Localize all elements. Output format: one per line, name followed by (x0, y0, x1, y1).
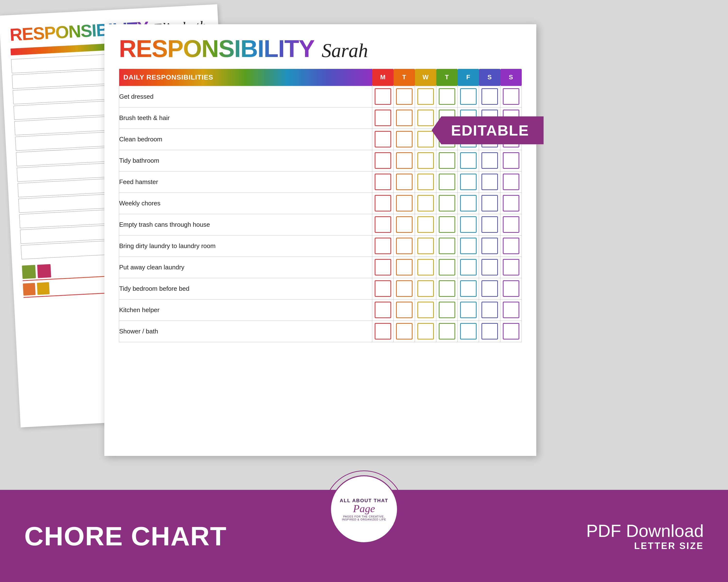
check-cell[interactable] (500, 193, 522, 214)
check-cell[interactable] (394, 171, 415, 193)
checkbox[interactable] (503, 323, 519, 339)
checkbox[interactable] (417, 238, 434, 254)
checkbox[interactable] (375, 280, 391, 297)
check-cell[interactable] (458, 150, 479, 171)
checkbox[interactable] (503, 216, 519, 233)
checkbox[interactable] (439, 195, 455, 212)
check-cell[interactable] (372, 129, 394, 150)
checkbox[interactable] (375, 259, 391, 275)
check-cell[interactable] (372, 107, 394, 129)
checkbox[interactable] (503, 238, 519, 254)
check-cell[interactable] (479, 235, 500, 256)
check-cell[interactable] (436, 150, 458, 171)
checkbox[interactable] (503, 88, 519, 105)
check-cell[interactable] (436, 321, 458, 342)
checkbox[interactable] (417, 174, 434, 190)
checkbox[interactable] (482, 302, 498, 318)
checkbox[interactable] (417, 131, 434, 147)
checkbox[interactable] (396, 259, 413, 275)
check-cell[interactable] (415, 256, 436, 278)
checkbox[interactable] (375, 216, 391, 233)
checkbox[interactable] (439, 216, 455, 233)
check-cell[interactable] (415, 86, 436, 107)
check-cell[interactable] (479, 278, 500, 299)
check-cell[interactable] (415, 299, 436, 321)
checkbox[interactable] (417, 323, 434, 339)
check-cell[interactable] (479, 171, 500, 193)
checkbox[interactable] (460, 216, 476, 233)
checkbox[interactable] (417, 302, 434, 318)
check-cell[interactable] (415, 193, 436, 214)
checkbox[interactable] (482, 280, 498, 297)
check-cell[interactable] (458, 299, 479, 321)
check-cell[interactable] (479, 214, 500, 235)
check-cell[interactable] (436, 214, 458, 235)
check-cell[interactable] (394, 129, 415, 150)
checkbox[interactable] (460, 238, 476, 254)
checkbox[interactable] (375, 302, 391, 318)
check-cell[interactable] (458, 214, 479, 235)
checkbox[interactable] (396, 131, 413, 147)
check-cell[interactable] (436, 256, 458, 278)
check-cell[interactable] (436, 171, 458, 193)
check-cell[interactable] (372, 256, 394, 278)
checkbox[interactable] (482, 238, 498, 254)
checkbox[interactable] (439, 259, 455, 275)
checkbox[interactable] (482, 323, 498, 339)
check-cell[interactable] (500, 86, 522, 107)
checkbox[interactable] (460, 280, 476, 297)
check-cell[interactable] (394, 150, 415, 171)
checkbox[interactable] (503, 174, 519, 190)
check-cell[interactable] (458, 193, 479, 214)
checkbox[interactable] (417, 280, 434, 297)
checkbox[interactable] (396, 280, 413, 297)
check-cell[interactable] (500, 171, 522, 193)
checkbox[interactable] (482, 174, 498, 190)
checkbox[interactable] (460, 323, 476, 339)
checkbox[interactable] (396, 88, 413, 105)
checkbox[interactable] (396, 174, 413, 190)
check-cell[interactable] (372, 235, 394, 256)
check-cell[interactable] (415, 107, 436, 129)
checkbox[interactable] (375, 195, 391, 212)
checkbox[interactable] (439, 152, 455, 169)
check-cell[interactable] (479, 86, 500, 107)
checkbox[interactable] (375, 110, 391, 126)
check-cell[interactable] (394, 86, 415, 107)
check-cell[interactable] (394, 193, 415, 214)
checkbox[interactable] (375, 238, 391, 254)
checkbox[interactable] (460, 259, 476, 275)
checkbox[interactable] (503, 259, 519, 275)
check-cell[interactable] (415, 235, 436, 256)
check-cell[interactable] (500, 150, 522, 171)
checkbox[interactable] (396, 110, 413, 126)
check-cell[interactable] (394, 299, 415, 321)
check-cell[interactable] (500, 214, 522, 235)
checkbox[interactable] (396, 152, 413, 169)
checkbox[interactable] (503, 280, 519, 297)
checkbox[interactable] (375, 152, 391, 169)
check-cell[interactable] (500, 235, 522, 256)
check-cell[interactable] (458, 321, 479, 342)
checkbox[interactable] (417, 195, 434, 212)
checkbox[interactable] (439, 238, 455, 254)
check-cell[interactable] (458, 256, 479, 278)
check-cell[interactable] (394, 235, 415, 256)
check-cell[interactable] (372, 278, 394, 299)
checkbox[interactable] (460, 88, 476, 105)
check-cell[interactable] (415, 321, 436, 342)
checkbox[interactable] (482, 152, 498, 169)
checkbox[interactable] (375, 323, 391, 339)
check-cell[interactable] (394, 214, 415, 235)
check-cell[interactable] (436, 193, 458, 214)
check-cell[interactable] (415, 214, 436, 235)
check-cell[interactable] (394, 107, 415, 129)
check-cell[interactable] (372, 214, 394, 235)
checkbox[interactable] (482, 88, 498, 105)
checkbox[interactable] (503, 152, 519, 169)
check-cell[interactable] (479, 321, 500, 342)
check-cell[interactable] (372, 321, 394, 342)
check-cell[interactable] (479, 193, 500, 214)
checkbox[interactable] (460, 152, 476, 169)
checkbox[interactable] (375, 174, 391, 190)
